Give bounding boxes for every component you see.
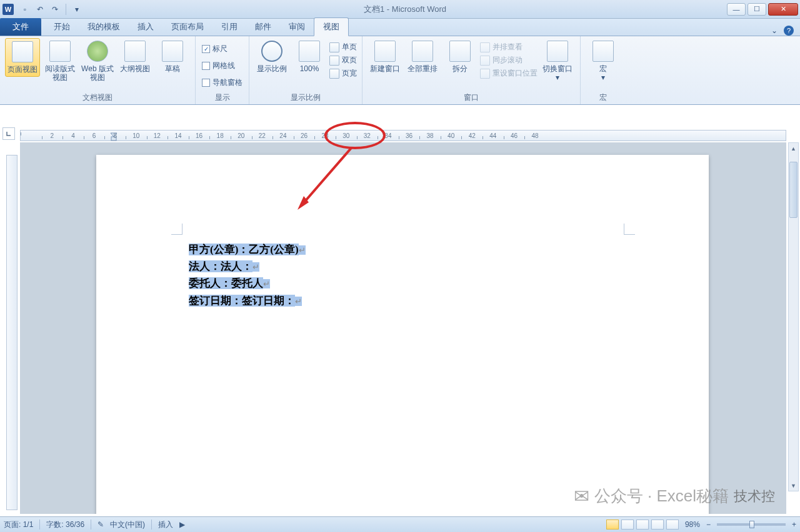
language-indicator[interactable]: 中文(中国) <box>110 520 145 530</box>
tab-references[interactable]: 引用 <box>212 18 246 36</box>
draft-icon <box>162 41 183 62</box>
tab-mailings[interactable]: 邮件 <box>246 18 280 36</box>
vertical-ruler[interactable] <box>6 155 18 510</box>
ruler-tick: 38 <box>419 132 441 139</box>
reading-layout-button[interactable]: 阅读版式视图 <box>42 38 78 85</box>
two-pages-button[interactable]: 双页 <box>329 54 357 67</box>
ribbon: 页面视图 阅读版式视图 Web 版式视图 大纲视图 草稿 文档视图 ✓标尺 <box>0 36 800 105</box>
ruler-tick: 28 <box>314 132 336 139</box>
draft-button[interactable]: 草稿 <box>155 38 190 76</box>
web-layout-icon <box>87 41 108 62</box>
zoom-out-button[interactable]: − <box>706 520 711 529</box>
page-indicator[interactable]: 页面: 1/1 <box>4 520 33 530</box>
document-line[interactable]: 签订日期：签订日期：↵ <box>189 292 306 309</box>
ruler-checkbox[interactable]: ✓标尺 <box>201 42 229 56</box>
scroll-up-icon[interactable]: ▲ <box>789 143 798 154</box>
scroll-down-icon[interactable]: ▼ <box>789 480 798 491</box>
close-button[interactable]: ✕ <box>768 3 798 16</box>
window-controls: — ☐ ✕ <box>727 3 798 16</box>
file-tab[interactable]: 文件 <box>0 18 41 36</box>
reading-view-button[interactable] <box>621 520 634 530</box>
nav-pane-checkbox[interactable]: 导航窗格 <box>201 76 244 90</box>
zoom-in-button[interactable]: + <box>792 520 796 529</box>
hundred-icon <box>299 41 320 62</box>
document-area: 2468101214161820222426283032343638404244… <box>0 105 800 516</box>
gridlines-checkbox[interactable]: 网格线 <box>201 59 236 73</box>
split-button[interactable]: 拆分 <box>442 38 478 76</box>
ruler-tick: 12 <box>147 132 168 139</box>
group-label: 宏 <box>586 91 621 103</box>
zoom-slider[interactable] <box>717 523 786 526</box>
word-app-icon: W <box>2 4 14 15</box>
horizontal-ruler[interactable]: 2468101214161820222426283032343638404244… <box>20 130 786 141</box>
tab-selector[interactable] <box>2 127 15 140</box>
group-zoom: 显示比例 100% 单页 双页 页宽 显示比例 <box>249 36 362 104</box>
proofing-icon[interactable]: ✎ <box>98 520 104 529</box>
ruler-tick: 42 <box>461 132 482 139</box>
tab-review[interactable]: 审阅 <box>280 18 314 36</box>
macros-button[interactable]: 宏▾ <box>586 38 621 85</box>
zoom-button[interactable]: 显示比例 <box>254 38 289 76</box>
save-icon[interactable]: ▫ <box>19 3 31 16</box>
tab-templates[interactable]: 我的模板 <box>79 18 129 36</box>
outline-icon <box>124 41 146 62</box>
ruler-tick: 10 <box>126 132 147 139</box>
ruler-tick: 24 <box>272 132 294 139</box>
undo-icon[interactable]: ↶ <box>34 3 46 16</box>
switch-windows-button[interactable]: 切换窗口▾ <box>540 38 575 85</box>
redo-icon[interactable]: ↷ <box>49 3 61 16</box>
ruler-tick: 34 <box>378 132 399 139</box>
print-layout-icon <box>12 41 33 62</box>
ruler-tick: 40 <box>441 132 462 139</box>
status-bar: 页面: 1/1 字数: 36/36 ✎ 中文(中国) 插入 ▶ 98% − + <box>0 516 800 532</box>
word-count[interactable]: 字数: 36/36 <box>46 520 84 530</box>
minimize-button[interactable]: — <box>727 3 746 16</box>
group-label: 显示 <box>201 91 244 103</box>
new-window-button[interactable]: 新建窗口 <box>368 38 402 76</box>
print-layout-view-button[interactable] <box>606 520 619 530</box>
macro-record-icon[interactable]: ▶ <box>179 520 185 529</box>
watermark: ✉ 公众号 · Excel秘籍 技术控 <box>574 485 775 507</box>
one-page-button[interactable]: 单页 <box>329 41 357 54</box>
tab-page-layout[interactable]: 页面布局 <box>162 18 212 36</box>
sync-scroll-button: 同步滚动 <box>480 54 538 67</box>
ruler-tick: 46 <box>504 132 525 139</box>
document-line[interactable]: 甲方(公章)：乙方(公章)↵ <box>189 241 306 258</box>
ruler-tick: 36 <box>399 132 420 139</box>
group-macros: 宏▾ 宏 <box>581 36 626 104</box>
maximize-button[interactable]: ☐ <box>748 3 766 16</box>
group-label: 显示比例 <box>254 91 357 103</box>
one-page-icon <box>329 42 339 52</box>
new-window-icon <box>374 41 396 62</box>
document-content[interactable]: 甲方(公章)：乙方(公章)↵法人：法人：↵委托人：委托人↵签订日期：签订日期：↵ <box>189 241 306 309</box>
draft-view-button[interactable] <box>666 520 679 530</box>
page-width-button[interactable]: 页宽 <box>329 67 357 80</box>
document-line[interactable]: 委托人：委托人↵ <box>189 275 306 292</box>
title-bar: W ▫ ↶ ↷ ▾ 文档1 - Microsoft Word — ☐ ✕ <box>0 0 800 19</box>
help-icon[interactable]: ? <box>784 26 794 36</box>
reset-position-button: 重设窗口位置 <box>480 67 538 80</box>
vertical-scrollbar[interactable]: ▲ ▼ <box>788 142 799 491</box>
qat-customize-icon[interactable]: ▾ <box>71 3 83 16</box>
ruler-tick: 44 <box>482 132 504 139</box>
insert-mode[interactable]: 插入 <box>158 520 173 530</box>
print-layout-button[interactable]: 页面视图 <box>5 38 40 77</box>
zoom-level[interactable]: 98% <box>685 520 700 529</box>
ruler-tick: 30 <box>336 132 357 139</box>
tab-home[interactable]: 开始 <box>45 18 79 36</box>
document-line[interactable]: 法人：法人：↵ <box>189 258 306 275</box>
web-view-button[interactable] <box>636 520 649 530</box>
ruler-tick: 8 <box>104 132 126 139</box>
scrollbar-thumb[interactable] <box>789 162 798 218</box>
ruler-tick: 20 <box>231 132 252 139</box>
hundred-percent-button[interactable]: 100% <box>292 38 327 76</box>
arrange-all-button[interactable]: 全部重排 <box>405 38 440 76</box>
minimize-ribbon-icon[interactable]: ⌄ <box>771 26 778 35</box>
web-layout-button[interactable]: Web 版式视图 <box>80 38 115 85</box>
tab-insert[interactable]: 插入 <box>129 18 162 36</box>
outline-view-button[interactable] <box>651 520 664 530</box>
window-title: 文档1 - Microsoft Word <box>83 4 727 15</box>
tab-view[interactable]: 视图 <box>314 17 349 36</box>
outline-button[interactable]: 大纲视图 <box>118 38 152 76</box>
page[interactable]: 甲方(公章)：乙方(公章)↵法人：法人：↵委托人：委托人↵签订日期：签订日期：↵ <box>96 155 709 514</box>
